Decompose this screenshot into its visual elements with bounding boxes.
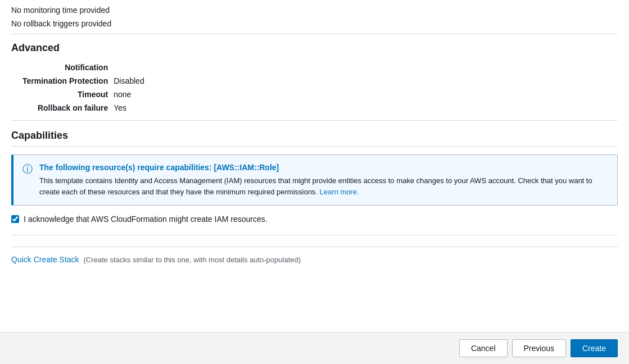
iam-acknowledge-label: I acknowledge that AWS CloudFormation mi… [24,215,268,224]
learn-more-link[interactable]: Learn more. [320,188,359,196]
kv-key-notification: Notification [22,61,114,74]
kv-value-termination: Disabled [114,74,144,88]
main-content: No monitoring time provided No rollback … [0,0,629,303]
create-button[interactable]: Create [571,339,618,357]
capabilities-info-box: ⓘ The following resource(s) require capa… [11,154,618,206]
monitoring-line1: No monitoring time provided [11,6,618,15]
kv-key-timeout: Timeout [22,88,114,101]
advanced-kv-table: Notification Termination Protection Disa… [22,61,144,115]
section-divider-3 [11,235,618,235]
advanced-heading: Advanced [11,42,618,54]
kv-row-timeout: Timeout none [22,88,144,101]
kv-value-notification [114,61,144,74]
previous-button[interactable]: Previous [512,339,566,357]
info-box-body: This template contains Identity and Acce… [39,175,608,197]
quick-create-note: (Create stacks similar to this one, with… [84,256,301,264]
footer-bar: Cancel Previous Create [0,332,629,364]
kv-value-timeout: none [114,88,144,101]
kv-row-rollback: Rollback on failure Yes [22,101,144,115]
capabilities-heading: Capabilities [11,130,618,147]
info-body-text: This template contains Identity and Acce… [39,176,592,196]
section-divider-1 [11,34,618,34]
kv-value-rollback: Yes [114,101,144,115]
monitoring-line2: No rollback triggers provided [11,19,618,28]
section-divider-2 [11,120,618,121]
iam-acknowledge-checkbox[interactable] [11,215,19,223]
info-icon: ⓘ [22,163,33,176]
kv-key-rollback: Rollback on failure [22,101,114,115]
capabilities-section: Capabilities ⓘ The following resource(s)… [11,130,618,224]
quick-create-link[interactable]: Quick Create Stack [11,255,79,264]
kv-row-termination: Termination Protection Disabled [22,74,144,88]
quick-create-section: Quick Create Stack (Create stacks simila… [11,247,618,264]
bottom-spacer [11,264,618,303]
kv-key-termination: Termination Protection [22,74,114,88]
iam-acknowledge-row: I acknowledge that AWS CloudFormation mi… [11,215,618,224]
cancel-button[interactable]: Cancel [459,339,508,357]
info-box-title: The following resource(s) require capabi… [39,163,608,172]
info-box-content: The following resource(s) require capabi… [39,163,608,197]
kv-row-notification: Notification [22,61,144,74]
